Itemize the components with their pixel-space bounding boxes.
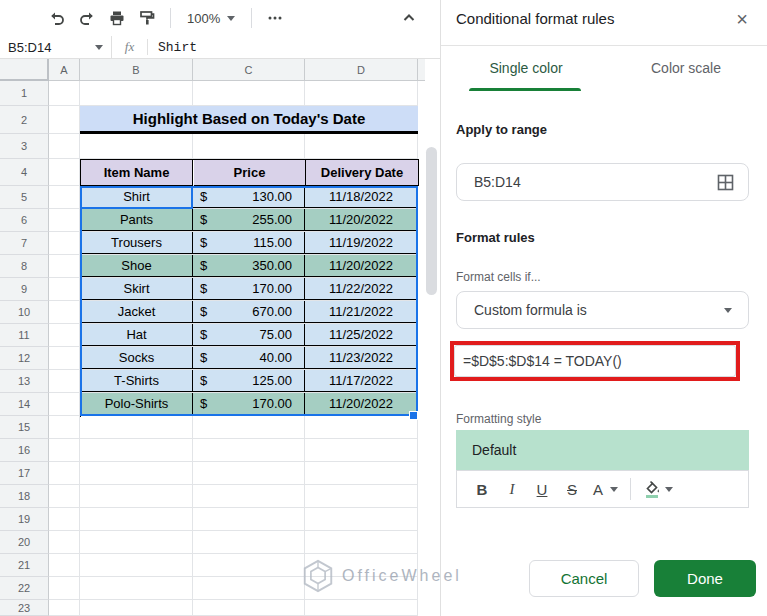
condition-select[interactable]: Custom formula is xyxy=(456,291,749,329)
row-header-1[interactable]: 1 xyxy=(0,81,49,106)
redo-icon[interactable] xyxy=(72,3,102,33)
fx-icon: fx xyxy=(112,39,148,55)
column-header-B[interactable]: B xyxy=(80,59,193,81)
currency-symbol: $ xyxy=(200,396,207,411)
cell-B6[interactable]: Pants xyxy=(81,209,193,231)
cell-D10[interactable]: 11/21/2022 xyxy=(305,301,418,323)
column-header-D[interactable]: D xyxy=(305,59,418,81)
cell-C7[interactable]: $115.00 xyxy=(193,232,305,254)
table-header-delivery-date[interactable]: Delivery Date xyxy=(306,160,419,186)
table-header-price[interactable]: Price xyxy=(194,160,306,186)
style-preview: Default xyxy=(456,430,749,470)
range-input[interactable]: B5:D14 xyxy=(456,163,749,201)
column-header-C[interactable]: C xyxy=(193,59,305,81)
cell-B14[interactable]: Polo-Shirts xyxy=(81,393,193,415)
collapse-toolbar-icon[interactable] xyxy=(394,3,424,33)
row-header-3[interactable]: 3 xyxy=(0,134,49,159)
row-header-12[interactable]: 12 xyxy=(0,347,49,370)
row-header-19[interactable]: 19 xyxy=(0,508,49,531)
cell-B8[interactable]: Shoe xyxy=(81,255,193,277)
currency-symbol: $ xyxy=(200,373,207,388)
row-header-9[interactable]: 9 xyxy=(0,278,49,301)
chevron-down-icon xyxy=(724,308,732,313)
row-header-18[interactable]: 18 xyxy=(0,485,49,508)
cell-C5[interactable]: $130.00 xyxy=(193,186,305,208)
cell-C11[interactable]: $75.00 xyxy=(193,324,305,346)
cell-D14[interactable]: 11/20/2022 xyxy=(305,393,418,415)
row-header-22[interactable]: 22 xyxy=(0,577,49,600)
formula-bar-input[interactable]: Shirt xyxy=(148,40,197,55)
name-box[interactable]: B5:D14 xyxy=(0,36,112,58)
cell-C12[interactable]: $40.00 xyxy=(193,347,305,369)
cell-D6[interactable]: 11/20/2022 xyxy=(305,209,418,231)
more-icon[interactable] xyxy=(260,3,290,33)
cell-C13[interactable]: $125.00 xyxy=(193,370,305,392)
cell-B11[interactable]: Hat xyxy=(81,324,193,346)
close-icon[interactable]: × xyxy=(729,6,755,32)
cell-B5[interactable]: Shirt xyxy=(81,186,193,208)
done-button[interactable]: Done xyxy=(654,560,756,597)
row-header-6[interactable]: 6 xyxy=(0,209,49,232)
cell-B10[interactable]: Jacket xyxy=(81,301,193,323)
row-header-4[interactable]: 4 xyxy=(0,159,49,186)
vertical-scrollbar[interactable] xyxy=(426,147,437,295)
row-header-2[interactable]: 2 xyxy=(0,106,49,134)
zoom-select[interactable]: 100% xyxy=(179,11,243,26)
cell-D11[interactable]: 11/25/2022 xyxy=(305,324,418,346)
row-header-16[interactable]: 16 xyxy=(0,439,49,462)
paint-format-icon[interactable] xyxy=(132,3,162,33)
row-header-8[interactable]: 8 xyxy=(0,255,49,278)
select-all-corner[interactable] xyxy=(0,59,49,81)
row-header-23[interactable]: 23 xyxy=(0,600,49,616)
format-rules-heading: Format rules xyxy=(456,230,535,245)
active-tab-underline xyxy=(469,88,581,91)
cell-D7[interactable]: 11/19/2022 xyxy=(305,232,418,254)
title-cell[interactable]: Highlight Based on Today's Date xyxy=(80,106,418,134)
column-header-A[interactable]: A xyxy=(49,59,80,81)
table-header-item-name[interactable]: Item Name xyxy=(81,160,193,186)
gridline xyxy=(49,461,418,462)
tab-single-color[interactable]: Single color xyxy=(456,60,596,76)
cell-C10[interactable]: $670.00 xyxy=(193,301,305,323)
row-header-7[interactable]: 7 xyxy=(0,232,49,255)
cell-C8[interactable]: $350.00 xyxy=(193,255,305,277)
row-header-17[interactable]: 17 xyxy=(0,462,49,485)
cell-B7[interactable]: Trousers xyxy=(81,232,193,254)
fill-handle[interactable] xyxy=(409,411,418,420)
row-header-11[interactable]: 11 xyxy=(0,324,49,347)
gridline xyxy=(49,576,418,577)
tab-color-scale[interactable]: Color scale xyxy=(616,60,756,76)
price-value: 170.00 xyxy=(252,281,292,296)
row-header-20[interactable]: 20 xyxy=(0,531,49,554)
strikethrough-button[interactable]: S xyxy=(559,475,585,503)
cell-B13[interactable]: T-Shirts xyxy=(81,370,193,392)
undo-icon[interactable] xyxy=(42,3,72,33)
fill-color-button[interactable] xyxy=(643,479,673,499)
row-header-14[interactable]: 14 xyxy=(0,393,49,416)
select-data-range-icon[interactable] xyxy=(717,174,734,191)
bold-button[interactable]: B xyxy=(469,475,495,503)
underline-button[interactable]: U xyxy=(529,475,555,503)
cell-C6[interactable]: $255.00 xyxy=(193,209,305,231)
italic-button[interactable]: I xyxy=(499,475,525,503)
cell-D5[interactable]: 11/18/2022 xyxy=(305,186,418,208)
row-header-21[interactable]: 21 xyxy=(0,554,49,577)
cell-D12[interactable]: 11/23/2022 xyxy=(305,347,418,369)
conditional-format-panel: Conditional format rules × Single color … xyxy=(440,0,767,616)
cell-B12[interactable]: Socks xyxy=(81,347,193,369)
cell-D13[interactable]: 11/17/2022 xyxy=(305,370,418,392)
row-header-5[interactable]: 5 xyxy=(0,186,49,209)
row-header-15[interactable]: 15 xyxy=(0,416,49,439)
row-header-13[interactable]: 13 xyxy=(0,370,49,393)
print-icon[interactable] xyxy=(102,3,132,33)
cell-C14[interactable]: $170.00 xyxy=(193,393,305,415)
cell-D8[interactable]: 11/20/2022 xyxy=(305,255,418,277)
cell-D9[interactable]: 11/22/2022 xyxy=(305,278,418,300)
cell-B9[interactable]: Skirt xyxy=(81,278,193,300)
custom-formula-input[interactable]: =$D$5:$D$14 = TODAY() xyxy=(454,345,736,377)
text-color-button[interactable]: A xyxy=(589,475,618,503)
currency-symbol: $ xyxy=(200,327,207,342)
row-header-10[interactable]: 10 xyxy=(0,301,49,324)
cell-C9[interactable]: $170.00 xyxy=(193,278,305,300)
cancel-button[interactable]: Cancel xyxy=(529,560,639,597)
